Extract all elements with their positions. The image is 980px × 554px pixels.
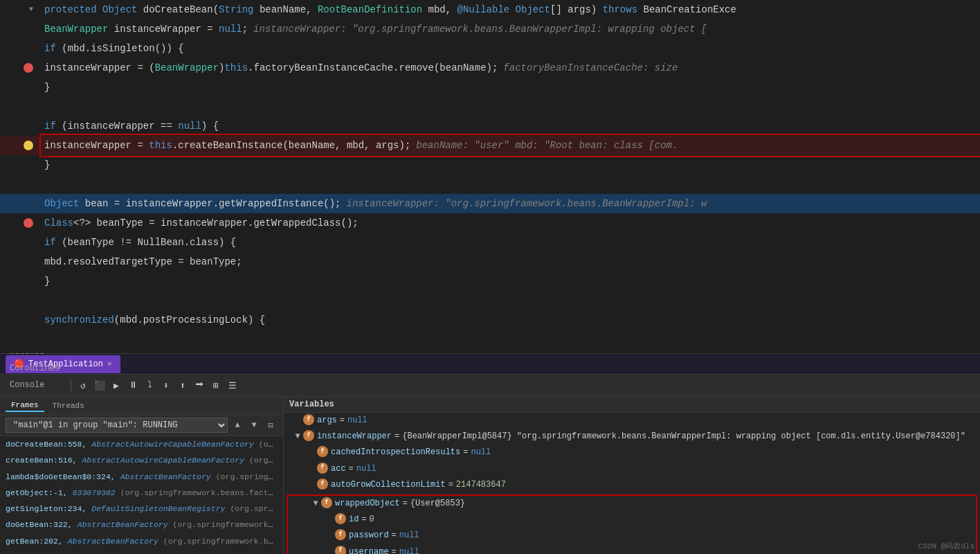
breakpoint[interactable] [24, 218, 33, 228]
var-icon: f [335, 546, 346, 555]
code-line-content: if (mbd.isSingleton()) { [42, 39, 980, 58]
var-toggle[interactable]: ▼ [310, 497, 321, 510]
thread-next-btn[interactable]: ▼ [247, 418, 261, 432]
variable-row[interactable]: fargs=null [284, 413, 980, 429]
toolbar-btn-stepinto[interactable]: ⬇ [158, 378, 174, 393]
code-line-content: BeanWrapper instanceWrapper = null;insta… [42, 19, 980, 39]
thread-filter-btn[interactable]: ⊟ [264, 418, 278, 432]
frame-item[interactable]: lambda$doGetBean$0:324, AbstractBeanFact… [0, 469, 283, 485]
toolbar-row: WatchesCoroutinesConsoleDebuggerEndpoint… [0, 375, 980, 397]
thread-dropdown[interactable]: "main"@1 in group "main": RUNNING [6, 418, 228, 433]
var-icon: f [303, 414, 314, 425]
highlighted-var-box: ▼fwrappedObject={User@5853}fid=0fpasswor… [287, 494, 977, 554]
app-tab-bar: 🔴 TestApplication × [0, 354, 980, 375]
variable-row[interactable]: ▼fwrappedObject={User@5853} [288, 496, 976, 512]
var-name: cachedIntrospectionResults [331, 446, 460, 459]
variable-row[interactable]: fcachedIntrospectionResults=null [284, 445, 980, 461]
code-line-content: instanceWrapper = this.createBeanInstanc… [42, 136, 980, 155]
frame-item[interactable]: getObject:-1, 633079302 (org.springframe… [0, 485, 283, 501]
frames-panel: Frames Threads "main"@1 in group "main":… [0, 397, 284, 554]
toolbar-btn-resume[interactable]: ▶ [109, 378, 124, 393]
watermark: CSDN @码农dls [918, 541, 974, 551]
code-line-content: mbd.resolvedTargetType = beanType; [42, 252, 980, 271]
toolbar-btn-evaluate[interactable]: ⊞ [208, 378, 224, 393]
toolbar-btn-run-to-cursor[interactable]: ⮕ [192, 378, 207, 393]
code-line-content: instanceWrapper = (BeanWrapper)this.fact… [42, 58, 980, 78]
code-line-content: Class<?> beanType = instanceWrapper.getW… [42, 213, 980, 233]
debug-info: factoryBeanInstanceCache: size [503, 62, 678, 73]
var-icon: f [303, 430, 314, 441]
code-line-content: synchronized(mbd.postProcessingLock) { [42, 310, 980, 330]
code-line-content: Object bean = instanceWrapper.getWrapped… [42, 194, 980, 213]
variables-header: Variables [284, 397, 980, 413]
panel-body: Frames Threads "main"@1 in group "main":… [0, 397, 980, 554]
var-icon: f [317, 446, 328, 457]
frame-item[interactable]: createBean:516, AbstractAutowireCapableB… [0, 452, 283, 468]
var-name: password [349, 529, 389, 542]
frames-tabs: Frames Threads [0, 397, 283, 415]
variable-row[interactable]: fid=0 [288, 512, 976, 528]
variable-row[interactable]: fusername=null [288, 544, 976, 555]
breakpoint[interactable] [24, 63, 33, 73]
code-line-content: } [42, 155, 980, 175]
code-line-content: protected Object doCreateBean(String bea… [42, 0, 980, 19]
gutter-11 [0, 218, 42, 228]
code-line-content: } [42, 271, 980, 291]
toolbar-separator [71, 379, 71, 392]
var-icon: f [317, 463, 328, 474]
code-line-content: } [42, 78, 980, 97]
var-value: null [356, 463, 376, 476]
bottom-panel: 🔴 TestApplication × WatchesCoroutinesCon… [0, 353, 980, 554]
toolbar-btn-rerun[interactable]: ↺ [75, 378, 91, 393]
debug-info: instanceWrapper: "org.springframework.be… [253, 24, 707, 35]
var-value: null [347, 414, 368, 427]
var-icon: f [321, 497, 332, 508]
var-name: wrappedObject [335, 497, 400, 510]
gutter-0: ▼ [0, 5, 42, 15]
toolbar-btn-pause[interactable]: ⏸ [125, 378, 140, 393]
var-name: args [317, 414, 337, 427]
thread-selector: "main"@1 in group "main": RUNNING ▲ ▼ ⊟ [0, 415, 283, 436]
debug-info: beanName: "user" mbd: "Root bean: class … [416, 140, 678, 151]
variable-row[interactable]: fpassword=null [288, 528, 976, 544]
frame-item[interactable]: getSingleton:234, DefaultSingletonBeanRe… [0, 501, 283, 517]
frame-item[interactable]: getBean:202, AbstractBeanFactory (org.sp… [0, 533, 283, 549]
toolbar-btn-stepover[interactable]: ⤵ [142, 378, 157, 393]
fold-arrow[interactable]: ▼ [26, 5, 36, 15]
var-value: 0 [370, 513, 374, 526]
var-value: null [471, 446, 491, 459]
var-icon: f [335, 529, 346, 540]
active-breakpoint[interactable] [24, 141, 33, 150]
var-icon: f [335, 513, 346, 524]
var-toggle[interactable]: ▼ [292, 430, 303, 443]
variables-panel: Variables fargs=null▼finstanceWrapper={B… [284, 397, 980, 554]
toolbar-btn-stop[interactable]: ⬛ [92, 378, 107, 393]
variables-list: fargs=null▼finstanceWrapper={BeanWrapper… [284, 413, 980, 554]
var-name: acc [331, 463, 346, 476]
var-icon: f [317, 479, 328, 490]
frame-item[interactable]: doGetBean:322, AbstractBeanFactory (org.… [0, 517, 283, 533]
var-name: username [349, 546, 389, 555]
variable-row[interactable]: fautoGrowCollectionLimit=2147483647 [284, 477, 980, 493]
variable-row[interactable]: ▼finstanceWrapper={BeanWrapperImpl@5847}… [284, 429, 980, 445]
thread-prev-btn[interactable]: ▲ [230, 418, 244, 432]
var-name: autoGrowCollectionLimit [331, 479, 446, 492]
debug-info: instanceWrapper: "org.springframework.be… [346, 198, 707, 209]
variable-row[interactable]: facc=null [284, 461, 980, 477]
toolbar-tab-console[interactable]: Console [3, 377, 66, 394]
close-tab-button[interactable]: × [107, 360, 112, 368]
frame-item[interactable]: resolveCandidate:276, DependencyDescript… [0, 549, 283, 554]
frame-list: doCreateBean:558, AbstractAutowireCapabl… [0, 436, 283, 554]
var-name: instanceWrapper [317, 430, 392, 443]
var-value: {User@5853} [410, 497, 465, 510]
toolbar-tab-coroutines[interactable]: Coroutines [3, 361, 66, 377]
var-name: id [349, 513, 359, 526]
frame-item[interactable]: doCreateBean:558, AbstractAutowireCapabl… [0, 436, 283, 452]
var-value: null [399, 546, 419, 555]
toolbar-btn-settings[interactable]: ☰ [225, 378, 240, 393]
code-line-content: if (beanType != NullBean.class) { [42, 233, 980, 252]
tab-threads[interactable]: Threads [47, 400, 90, 411]
code-line-content: if (instanceWrapper == null) { [42, 116, 980, 136]
tab-frames[interactable]: Frames [6, 400, 44, 412]
toolbar-btn-stepout[interactable]: ⬆ [175, 378, 190, 393]
